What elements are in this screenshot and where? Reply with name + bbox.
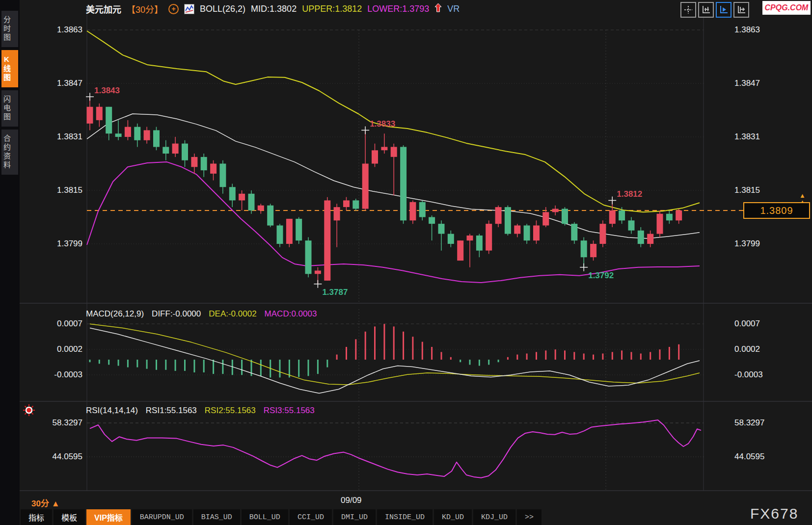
tab-[interactable]: 指标 <box>21 509 52 525</box>
chart-canvas[interactable] <box>0 0 812 525</box>
footer-period[interactable]: 30分 ▲ <box>31 497 59 509</box>
tab-kdj_ud[interactable]: KDJ_UD <box>473 509 515 525</box>
price-axis-label: 1.3847 <box>41 79 82 88</box>
price-annotation: 1.3833 <box>370 119 395 129</box>
fx678-watermark: FX678 <box>750 505 798 522</box>
macd-axis-label: 0.0007 <box>734 319 776 329</box>
sidebar-item-3[interactable]: 合约资料 <box>1 130 18 175</box>
macd-header: MACD(26,12,9) DIFF:-0.0000 DEA:-0.0002 M… <box>86 309 317 319</box>
current-price-tag: 1.3809 <box>743 202 810 219</box>
macd-diff-value: DIFF:-0.0000 <box>152 309 201 319</box>
price-axis-label: 1.3815 <box>734 185 776 195</box>
macd-axis-label: -0.0003 <box>734 370 776 380</box>
tab-kd_ud[interactable]: KD_UD <box>434 509 472 525</box>
indicator-tabbar: 指标模板VIP指标BARUPDN_UDBIAS_UDBOLL_UDCCI_UDD… <box>21 509 541 525</box>
price-axis-label: 1.3847 <box>734 79 776 88</box>
vr-label[interactable]: VR <box>447 4 460 14</box>
price-axis-label: 1.3863 <box>734 25 776 35</box>
tab-barupdn_ud[interactable]: BARUPDN_UD <box>132 509 192 525</box>
right-edge-button[interactable] <box>733 2 749 18</box>
sidebar-item-1[interactable]: K线图 <box>1 50 18 87</box>
chart-header: 美元加元 【30分】 + BOLL(26,2) MID:1.3802 UPPER… <box>86 2 460 15</box>
boll-mid-value: MID:1.3802 <box>251 4 297 14</box>
chart-type-icon[interactable] <box>184 4 194 14</box>
price-axis-label: 1.3799 <box>41 239 82 249</box>
price-axis-label: 1.3815 <box>41 185 82 195</box>
tab-bias_ud[interactable]: BIAS_UD <box>193 509 240 525</box>
boll-upper-value: UPPER:1.3812 <box>302 4 362 14</box>
tab-cci_ud[interactable]: CCI_UD <box>290 509 332 525</box>
tab-gtgt[interactable]: >> <box>517 509 541 525</box>
macd-axis-label: 0.0002 <box>734 344 776 354</box>
price-annotation: 1.3792 <box>588 271 614 281</box>
macd-axis-label: 0.0007 <box>41 319 82 329</box>
auto-scroll-button[interactable] <box>716 2 731 18</box>
rsi-title: RSI(14,14,14) <box>86 406 138 416</box>
up-arrow-icon <box>434 3 442 15</box>
trading-terminal: 分时图K线图闪电图合约资料 美元加元 【30分】 + BOLL(26,2) MI… <box>0 0 812 525</box>
boll-label: BOLL(26,2) <box>200 4 245 14</box>
sidebar-item-0[interactable]: 分时图 <box>1 11 18 47</box>
rsi2-value: RSI2:55.1563 <box>205 406 256 416</box>
price-axis-label: 1.3799 <box>734 239 776 249</box>
pan-tool-button[interactable] <box>680 2 696 18</box>
tab-dmi_ud[interactable]: DMI_UD <box>333 509 376 525</box>
scale-toolbar <box>680 2 749 18</box>
price-annotation: 1.3787 <box>322 288 348 297</box>
price-annotation: 1.3812 <box>617 189 642 199</box>
price-axis-label: 1.3831 <box>734 132 776 142</box>
macd-dea-value: DEA:-0.0002 <box>209 309 256 319</box>
x-axis-date-label: 09/09 <box>341 496 362 505</box>
tab-[interactable]: 模板 <box>54 509 85 525</box>
period-label[interactable]: 【30分】 <box>127 2 163 15</box>
rsi3-value: RSI3:55.1563 <box>264 406 315 416</box>
cpqg-logo: CPQG.COM <box>762 1 811 15</box>
tab-vip[interactable]: VIP指标 <box>86 509 131 525</box>
macd-axis-label: 0.0002 <box>41 344 82 354</box>
tab-boll_ud[interactable]: BOLL_UD <box>242 509 288 525</box>
price-annotation: 1.3843 <box>94 86 120 96</box>
circle-plus-icon[interactable]: + <box>168 4 179 14</box>
rsi-axis-label: 44.0595 <box>734 452 776 462</box>
macd-axis-label: -0.0003 <box>41 370 82 380</box>
rsi-axis-label: 44.0595 <box>41 452 82 462</box>
boll-lower-value: LOWER:1.3793 <box>367 4 429 14</box>
macd-value: MACD:0.0003 <box>265 309 317 319</box>
alert-icon[interactable] <box>23 404 35 419</box>
rsi-axis-label: 58.3297 <box>41 418 82 428</box>
rsi1-value: RSI1:55.1563 <box>146 406 197 416</box>
macd-title: MACD(26,12,9) <box>86 309 144 319</box>
price-axis-label: 1.3831 <box>41 132 82 142</box>
symbol-title: 美元加元 <box>86 2 121 15</box>
axis-zoom-button[interactable] <box>698 2 714 18</box>
rsi-axis-label: 58.3297 <box>734 418 776 428</box>
sidebar-item-2[interactable]: 闪电图 <box>1 90 18 127</box>
price-axis-label: 1.3863 <box>41 25 82 35</box>
rsi-header: RSI(14,14,14) RSI1:55.1563 RSI2:55.1563 … <box>86 406 315 416</box>
chart-type-sidebar: 分时图K线图闪电图合约资料 <box>0 0 20 525</box>
tab-inside_ud[interactable]: INSIDE_UD <box>377 509 433 525</box>
